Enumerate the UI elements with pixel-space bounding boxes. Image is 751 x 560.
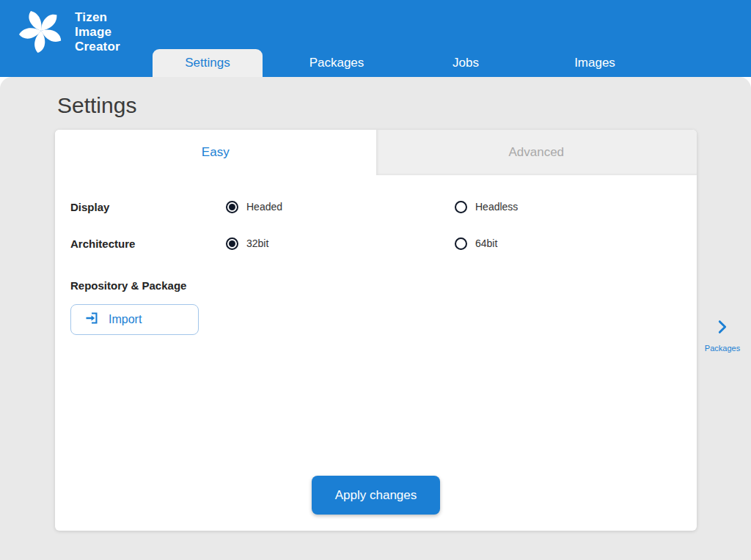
next-page-label: Packages bbox=[700, 344, 745, 353]
architecture-row: Architecture 32bit 64bit bbox=[70, 225, 697, 262]
radio-selected-icon bbox=[226, 237, 238, 250]
radio-label: Headed bbox=[246, 201, 282, 213]
repository-package-label: Repository & Package bbox=[70, 279, 697, 292]
nav-tab-images[interactable]: Images bbox=[530, 49, 659, 77]
app-logo[interactable]: Tizen Image Creator bbox=[18, 7, 120, 57]
nav-tab-label: Jobs bbox=[453, 56, 479, 70]
settings-form: Display Headed Headless Architecture 32b… bbox=[55, 175, 697, 335]
tab-easy[interactable]: Easy bbox=[55, 130, 376, 175]
import-button[interactable]: Import bbox=[70, 304, 199, 335]
radio-64bit[interactable]: 64bit bbox=[455, 237, 697, 250]
import-button-label: Import bbox=[109, 313, 142, 326]
radio-label: 32bit bbox=[246, 237, 268, 249]
app-header: Tizen Image Creator Settings Packages Jo… bbox=[0, 0, 751, 77]
radio-headed[interactable]: Headed bbox=[226, 201, 455, 213]
app-title: Tizen Image Creator bbox=[75, 10, 120, 54]
nav-tab-label: Settings bbox=[185, 56, 230, 70]
radio-label: Headless bbox=[475, 201, 518, 213]
app-title-line: Image bbox=[75, 25, 120, 40]
main-content: Settings Easy Advanced Display Headed He… bbox=[0, 77, 751, 560]
architecture-label: Architecture bbox=[70, 237, 226, 250]
nav-tab-jobs[interactable]: Jobs bbox=[401, 49, 530, 77]
display-label: Display bbox=[70, 201, 226, 213]
nav-tab-label: Packages bbox=[309, 56, 364, 70]
main-nav: Settings Packages Jobs Images bbox=[143, 49, 659, 77]
app-title-line: Creator bbox=[75, 40, 120, 54]
display-row: Display Headed Headless bbox=[70, 188, 697, 225]
tizen-pinwheel-icon bbox=[18, 7, 65, 57]
page-title: Settings bbox=[57, 93, 751, 118]
next-page-nav-packages[interactable]: Packages bbox=[700, 319, 745, 353]
radio-headless[interactable]: Headless bbox=[455, 201, 697, 213]
radio-32bit[interactable]: 32bit bbox=[226, 237, 455, 250]
nav-tab-label: Images bbox=[574, 56, 615, 70]
nav-tab-settings[interactable]: Settings bbox=[153, 49, 263, 77]
settings-mode-tabs: Easy Advanced bbox=[55, 130, 697, 175]
settings-card: Easy Advanced Display Headed Headless Ar… bbox=[55, 130, 697, 531]
nav-tab-packages[interactable]: Packages bbox=[272, 49, 401, 77]
import-icon bbox=[84, 311, 99, 328]
tab-advanced[interactable]: Advanced bbox=[376, 130, 697, 175]
radio-label: 64bit bbox=[475, 237, 497, 249]
apply-changes-button[interactable]: Apply changes bbox=[312, 476, 440, 515]
app-title-line: Tizen bbox=[75, 10, 120, 25]
radio-selected-icon bbox=[226, 201, 238, 213]
radio-unselected-icon bbox=[455, 201, 467, 213]
apply-area: Apply changes bbox=[55, 476, 697, 515]
chevron-right-icon bbox=[714, 325, 730, 337]
radio-unselected-icon bbox=[455, 237, 467, 250]
